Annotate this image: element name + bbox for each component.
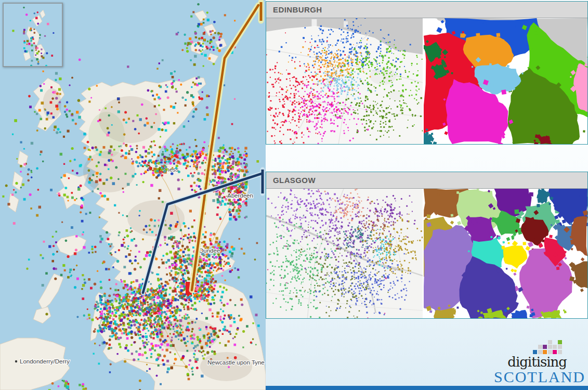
logo-square <box>543 345 547 349</box>
glasgow-dot-map <box>266 189 424 318</box>
shetland-inset-map <box>3 3 63 67</box>
edinburgh-panel-title: EDINBURGH <box>273 5 322 14</box>
logo-square <box>533 350 537 354</box>
edinburgh-region-map <box>424 18 587 144</box>
edinburgh-panel-header: EDINBURGH <box>266 2 587 18</box>
digitising-scotland-infographic: Inverness Aberdeen Dundee Newcastle upon… <box>0 0 588 390</box>
logo-square <box>558 345 562 349</box>
edinburgh-regions <box>424 18 587 144</box>
logo-square <box>548 350 552 354</box>
label-aberdeen: Aberdeen <box>227 192 253 199</box>
edinburgh-panel: EDINBURGH <box>266 1 588 145</box>
logo-square <box>538 345 542 349</box>
digitising-scotland-logo: digitising SCOTLAND <box>492 340 588 385</box>
glasgow-panel-header: GLASGOW <box>266 172 587 189</box>
label-dundee: Dundee <box>199 248 220 254</box>
logo-text-digitising: digitising <box>492 355 588 369</box>
logo-square <box>553 350 557 354</box>
label-londonderry: Londonderry/Derry <box>20 358 70 365</box>
logo-text-scotland: SCOTLAND <box>492 369 588 385</box>
logo-square <box>558 350 562 354</box>
logo-square <box>553 345 557 349</box>
logo-square <box>548 340 552 344</box>
footer-bar <box>266 386 588 390</box>
logo-square <box>548 345 552 349</box>
label-newcastle: Newcastle upon Tyne <box>207 359 265 366</box>
glasgow-region-map <box>424 189 587 318</box>
edinburgh-dot-map <box>266 18 424 144</box>
logo-square <box>538 350 542 354</box>
logo-squares-icon <box>533 340 564 355</box>
logo-square <box>558 340 562 344</box>
logo-square <box>543 350 547 354</box>
glasgow-regions <box>424 189 587 318</box>
glasgow-panel-title: GLASGOW <box>273 176 316 185</box>
glasgow-panel: GLASGOW <box>266 172 588 319</box>
